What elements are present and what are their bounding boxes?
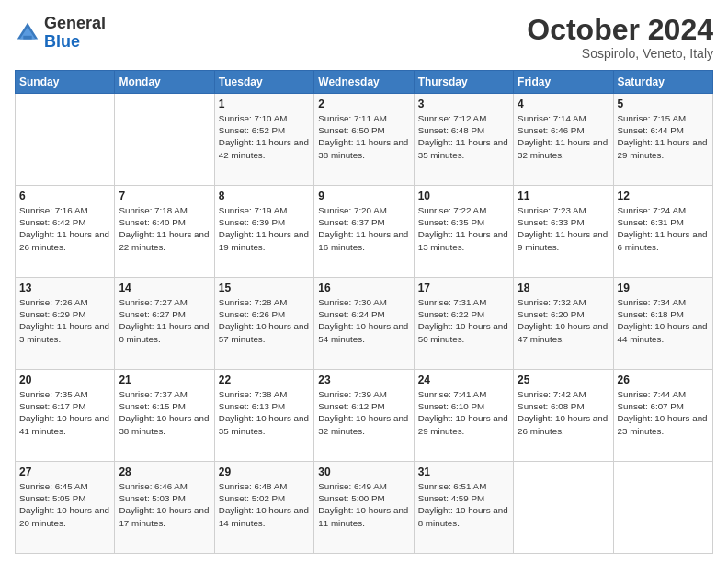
day-number: 1 (219, 98, 310, 110)
calendar-cell: 10Sunrise: 7:22 AMSunset: 6:35 PMDayligh… (414, 186, 513, 278)
day-info: Sunrise: 7:20 AMSunset: 6:37 PMDaylight:… (318, 204, 409, 253)
day-number: 22 (219, 373, 310, 386)
weekday-header-monday: Monday (115, 71, 214, 94)
day-info: Sunrise: 7:14 AMSunset: 6:46 PMDaylight:… (518, 112, 609, 161)
calendar-cell: 21Sunrise: 7:37 AMSunset: 6:15 PMDayligh… (115, 370, 214, 462)
day-info: Sunrise: 7:34 AMSunset: 6:18 PMDaylight:… (618, 296, 709, 345)
logo-blue: Blue (44, 32, 80, 51)
day-info: Sunrise: 6:51 AMSunset: 4:59 PMDaylight:… (418, 480, 509, 529)
calendar-cell: 16Sunrise: 7:30 AMSunset: 6:24 PMDayligh… (314, 278, 414, 370)
day-info: Sunrise: 7:41 AMSunset: 6:10 PMDaylight:… (418, 388, 509, 437)
calendar-cell (514, 462, 613, 554)
calendar-cell (115, 94, 214, 186)
calendar-cell: 22Sunrise: 7:38 AMSunset: 6:13 PMDayligh… (214, 370, 313, 462)
day-number: 13 (19, 282, 110, 294)
day-number: 23 (318, 373, 409, 386)
day-number: 14 (119, 282, 210, 294)
day-number: 3 (418, 98, 509, 110)
week-row-4: 27Sunrise: 6:45 AMSunset: 5:05 PMDayligh… (16, 462, 713, 554)
calendar-body: 1Sunrise: 7:10 AMSunset: 6:52 PMDaylight… (16, 94, 713, 554)
calendar-cell: 17Sunrise: 7:31 AMSunset: 6:22 PMDayligh… (414, 278, 513, 370)
calendar-cell: 3Sunrise: 7:12 AMSunset: 6:48 PMDaylight… (414, 94, 513, 186)
calendar-cell: 1Sunrise: 7:10 AMSunset: 6:52 PMDaylight… (214, 94, 313, 186)
calendar-cell: 9Sunrise: 7:20 AMSunset: 6:37 PMDaylight… (314, 186, 414, 278)
day-number: 25 (518, 373, 609, 386)
day-number: 24 (418, 373, 509, 386)
day-info: Sunrise: 7:37 AMSunset: 6:15 PMDaylight:… (119, 388, 210, 437)
weekday-header-tuesday: Tuesday (214, 71, 313, 94)
calendar-cell: 31Sunrise: 6:51 AMSunset: 4:59 PMDayligh… (414, 462, 513, 554)
day-info: Sunrise: 7:26 AMSunset: 6:29 PMDaylight:… (19, 296, 110, 345)
weekday-row: SundayMondayTuesdayWednesdayThursdayFrid… (16, 71, 713, 94)
week-row-0: 1Sunrise: 7:10 AMSunset: 6:52 PMDaylight… (16, 94, 713, 186)
day-number: 10 (418, 190, 509, 202)
calendar-table: SundayMondayTuesdayWednesdayThursdayFrid… (15, 70, 713, 554)
day-info: Sunrise: 6:46 AMSunset: 5:03 PMDaylight:… (119, 480, 210, 529)
calendar-cell: 11Sunrise: 7:23 AMSunset: 6:33 PMDayligh… (514, 186, 613, 278)
calendar-cell: 26Sunrise: 7:44 AMSunset: 6:07 PMDayligh… (613, 370, 712, 462)
calendar-cell: 28Sunrise: 6:46 AMSunset: 5:03 PMDayligh… (115, 462, 214, 554)
day-info: Sunrise: 7:16 AMSunset: 6:42 PMDaylight:… (19, 204, 110, 253)
day-number: 27 (19, 465, 110, 478)
day-number: 28 (119, 465, 210, 478)
day-number: 11 (518, 190, 609, 202)
day-number: 30 (318, 465, 409, 478)
weekday-header-sunday: Sunday (16, 71, 115, 94)
week-row-3: 20Sunrise: 7:35 AMSunset: 6:17 PMDayligh… (16, 370, 713, 462)
day-info: Sunrise: 6:48 AMSunset: 5:02 PMDaylight:… (219, 480, 310, 529)
day-number: 15 (219, 282, 310, 294)
month-title: October 2024 (527, 15, 713, 44)
calendar-cell: 7Sunrise: 7:18 AMSunset: 6:40 PMDaylight… (115, 186, 214, 278)
calendar-cell: 23Sunrise: 7:39 AMSunset: 6:12 PMDayligh… (314, 370, 414, 462)
day-info: Sunrise: 7:12 AMSunset: 6:48 PMDaylight:… (418, 112, 509, 161)
day-info: Sunrise: 7:24 AMSunset: 6:31 PMDaylight:… (618, 204, 709, 253)
day-number: 21 (119, 373, 210, 386)
calendar-cell: 15Sunrise: 7:28 AMSunset: 6:26 PMDayligh… (214, 278, 313, 370)
day-info: Sunrise: 7:10 AMSunset: 6:52 PMDaylight:… (219, 112, 310, 161)
calendar-cell: 13Sunrise: 7:26 AMSunset: 6:29 PMDayligh… (16, 278, 115, 370)
day-number: 2 (318, 98, 409, 110)
weekday-header-friday: Friday (514, 71, 613, 94)
calendar-cell: 30Sunrise: 6:49 AMSunset: 5:00 PMDayligh… (314, 462, 414, 554)
calendar-cell (16, 94, 115, 186)
calendar-cell: 12Sunrise: 7:24 AMSunset: 6:31 PMDayligh… (613, 186, 712, 278)
day-info: Sunrise: 7:32 AMSunset: 6:20 PMDaylight:… (518, 296, 609, 345)
weekday-header-wednesday: Wednesday (314, 71, 414, 94)
day-number: 20 (19, 373, 110, 386)
day-info: Sunrise: 7:35 AMSunset: 6:17 PMDaylight:… (19, 388, 110, 437)
calendar-cell: 27Sunrise: 6:45 AMSunset: 5:05 PMDayligh… (16, 462, 115, 554)
page: General Blue October 2024 Sospirolo, Ven… (0, 0, 728, 563)
day-info: Sunrise: 7:38 AMSunset: 6:13 PMDaylight:… (219, 388, 310, 437)
day-number: 18 (518, 282, 609, 294)
day-number: 17 (418, 282, 509, 294)
day-info: Sunrise: 7:42 AMSunset: 6:08 PMDaylight:… (518, 388, 609, 437)
day-info: Sunrise: 7:19 AMSunset: 6:39 PMDaylight:… (219, 204, 310, 253)
day-info: Sunrise: 7:22 AMSunset: 6:35 PMDaylight:… (418, 204, 509, 253)
svg-rect-2 (23, 36, 31, 40)
day-info: Sunrise: 7:39 AMSunset: 6:12 PMDaylight:… (318, 388, 409, 437)
calendar-cell: 19Sunrise: 7:34 AMSunset: 6:18 PMDayligh… (613, 278, 712, 370)
weekday-header-saturday: Saturday (613, 71, 712, 94)
day-info: Sunrise: 7:23 AMSunset: 6:33 PMDaylight:… (518, 204, 609, 253)
day-info: Sunrise: 7:18 AMSunset: 6:40 PMDaylight:… (119, 204, 210, 253)
calendar-cell: 18Sunrise: 7:32 AMSunset: 6:20 PMDayligh… (514, 278, 613, 370)
day-info: Sunrise: 7:44 AMSunset: 6:07 PMDaylight:… (618, 388, 709, 437)
calendar-cell: 4Sunrise: 7:14 AMSunset: 6:46 PMDaylight… (514, 94, 613, 186)
day-number: 16 (318, 282, 409, 294)
day-number: 4 (518, 98, 609, 110)
calendar-cell (613, 462, 712, 554)
day-info: Sunrise: 6:45 AMSunset: 5:05 PMDaylight:… (19, 480, 110, 529)
day-info: Sunrise: 7:31 AMSunset: 6:22 PMDaylight:… (418, 296, 509, 345)
logo-general: General (44, 14, 106, 32)
calendar-cell: 2Sunrise: 7:11 AMSunset: 6:50 PMDaylight… (314, 94, 414, 186)
weekday-header-thursday: Thursday (414, 71, 513, 94)
day-info: Sunrise: 7:11 AMSunset: 6:50 PMDaylight:… (318, 112, 409, 161)
day-info: Sunrise: 7:27 AMSunset: 6:27 PMDaylight:… (119, 296, 210, 345)
calendar-cell: 6Sunrise: 7:16 AMSunset: 6:42 PMDaylight… (16, 186, 115, 278)
day-info: Sunrise: 7:28 AMSunset: 6:26 PMDaylight:… (219, 296, 310, 345)
day-number: 9 (318, 190, 409, 202)
calendar-cell: 29Sunrise: 6:48 AMSunset: 5:02 PMDayligh… (214, 462, 313, 554)
logo-icon (15, 20, 40, 46)
logo-text: General Blue (44, 15, 106, 52)
title-block: October 2024 Sospirolo, Veneto, Italy (527, 15, 713, 61)
